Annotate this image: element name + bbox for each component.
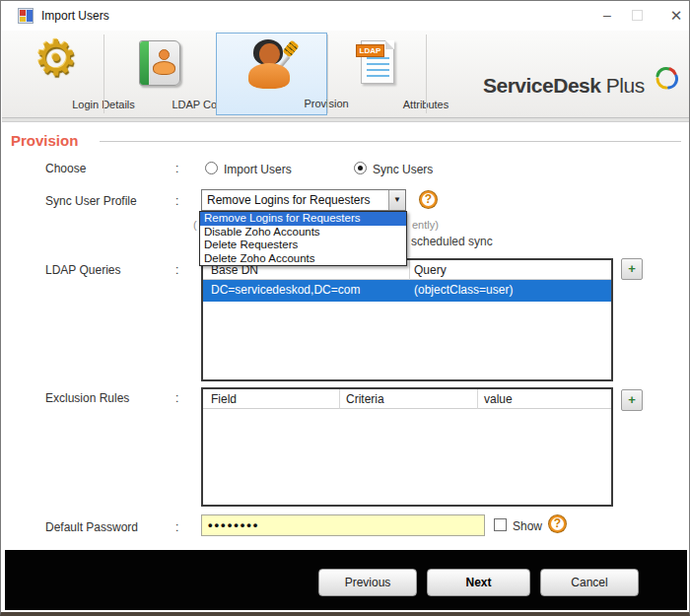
colon: : [175,194,178,208]
address-book-icon [139,40,180,86]
sync-profile-label: Sync User Profile [45,194,137,208]
section-title: Provision [11,132,78,149]
brand-secondary: Plus [606,74,645,97]
radio-sync-users[interactable] [354,162,367,174]
radio-import-users[interactable] [205,162,218,174]
import-users-dialog: Import Users – ✕ ⚙ Login Details LDAP Co… [0,0,690,616]
hint-scheduled-sync: scheduled sync [411,235,493,248]
add-ldap-query-button[interactable]: + [621,258,643,280]
choose-label: Choose [45,162,86,175]
table-row[interactable]: DC=servicedeskod,DC=com (objectClass=use… [203,280,611,302]
radio-import-users-label[interactable]: Import Users [224,163,292,176]
sync-profile-help-icon[interactable]: ? [420,191,437,208]
hint-fragment-right: ently) [412,219,439,231]
colon: : [175,391,178,405]
wizard-toolbar: ⚙ Login Details LDAP Connection Provisio… [2,31,690,118]
toolbar-separator [426,34,427,113]
dropdown-option[interactable]: Delete Zoho Accounts [200,252,406,266]
window-title: Import Users [41,9,109,23]
chevron-down-icon[interactable]: ▼ [388,190,405,210]
colon: : [175,520,178,534]
column-header: Field [211,392,237,406]
tab-ldap-connection[interactable]: LDAP Connection [104,33,215,115]
app-icon [18,8,34,24]
maximize-button[interactable] [632,10,643,21]
ldap-badge: LDAP [356,44,385,57]
brand-logo: ServiceDesk Plus [483,74,645,98]
password-help-icon[interactable]: ? [549,515,566,532]
table-header: Field Criteria value [203,389,611,409]
tab-login-details[interactable]: ⚙ Login Details [9,33,104,115]
dropdown-option[interactable]: Delete Requesters [200,239,406,252]
dropdown-option[interactable]: Disable Zoho Accounts [200,226,406,240]
minimize-button[interactable]: – [596,7,618,25]
previous-button[interactable]: Previous [318,569,417,596]
default-password-field[interactable]: •••••••• [201,514,485,536]
add-exclusion-rule-button[interactable]: + [621,389,643,411]
hint-fragment-left: ( [193,219,197,231]
column-header: Query [414,263,447,277]
close-button[interactable]: ✕ [665,7,687,25]
show-password-label[interactable]: Show [513,519,542,533]
ldap-queries-table[interactable]: Base DN Query DC=servicedeskod,DC=com (o… [201,258,613,381]
provision-person-icon [244,39,300,89]
column-header: value [484,392,513,406]
sync-profile-combobox[interactable]: Remove Logins for Requesters ▼ [201,189,406,211]
sync-profile-dropdown-list: Remove Logins for Requesters Disable Zoh… [199,211,407,266]
exclusion-rules-label: Exclusion Rules [45,391,129,405]
gear-icon: ⚙ [34,34,79,83]
toolbar-bottom-strip [2,118,690,122]
exclusion-rules-table[interactable]: Field Criteria value [201,387,613,507]
titlebar: Import Users – ✕ [1,1,689,31]
column-header: Criteria [346,392,384,406]
next-button[interactable]: Next [427,569,530,596]
radio-sync-users-label[interactable]: Sync Users [373,163,433,176]
base-dn-cell: DC=servicedeskod,DC=com [211,283,360,297]
footer-bar: Previous Next Cancel [5,550,687,610]
section-rule [100,141,681,142]
brand-primary: ServiceDesk [483,74,600,97]
tab-provision[interactable]: Provision [216,33,327,115]
cancel-button[interactable]: Cancel [540,569,639,596]
ldap-queries-label: LDAP Queries [45,263,120,277]
tab-attributes[interactable]: LDAP Attributes [328,33,426,115]
brand-swirl-icon [653,66,678,92]
show-password-checkbox[interactable] [494,518,507,531]
combobox-value: Remove Logins for Requesters [207,193,370,207]
colon: : [175,263,178,277]
colon: : [175,162,178,175]
query-cell: (objectClass=user) [414,283,513,297]
ldap-document-icon: LDAP [361,40,394,84]
default-password-label: Default Password [45,520,138,534]
dropdown-option[interactable]: Remove Logins for Requesters [200,212,406,226]
